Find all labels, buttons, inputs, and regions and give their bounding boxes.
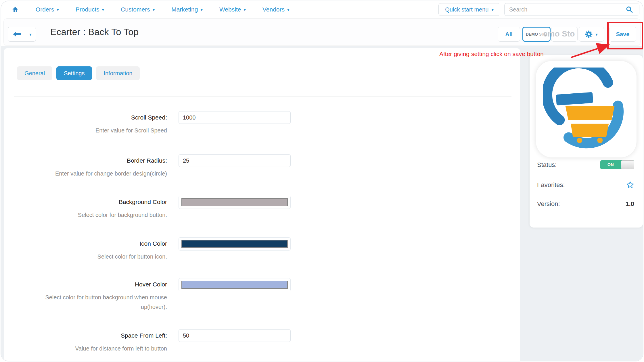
- label-column: Icon Color Select color for button icon.: [17, 237, 167, 260]
- field-label: Background Color: [17, 196, 167, 205]
- field-help: up(hover).: [17, 304, 167, 310]
- field-help: Enter value for Scroll Speed: [17, 127, 167, 134]
- background-color-picker[interactable]: [179, 196, 291, 209]
- chevron-down-icon: ▾: [102, 7, 104, 12]
- field-help: Select color for button icon.: [17, 253, 167, 260]
- home-icon[interactable]: [12, 6, 19, 13]
- nav-item-website[interactable]: Website▾: [219, 6, 246, 13]
- chevron-down-icon: ▾: [491, 7, 494, 12]
- icon-color-picker[interactable]: [179, 237, 291, 251]
- back-button-group: ▾: [8, 27, 36, 42]
- space-from-left-input[interactable]: [179, 329, 291, 342]
- form-row-background-color: Background Color Select color for backgr…: [17, 196, 291, 218]
- field-help: Select color for button background when …: [17, 294, 167, 301]
- settings-panel: General Settings Information Scroll Spee…: [4, 48, 520, 361]
- tab-general[interactable]: General: [17, 66, 52, 80]
- control-column: [179, 237, 291, 251]
- form-row-border-radius: Border Radius: Enter value for change bo…: [17, 154, 291, 177]
- search-button[interactable]: [619, 3, 639, 16]
- form-row-hover-color: Hover Color Select color for button back…: [17, 278, 291, 310]
- status-on-label: ON: [600, 160, 621, 169]
- store-demo-store-button[interactable]: DEMO STO: [522, 27, 551, 42]
- favorites-row: Favorites:: [537, 181, 634, 189]
- favorites-label: Favorites:: [537, 181, 565, 189]
- top-navbar: Orders▾ Products▾ Customers▾ Marketing▾ …: [1, 1, 643, 18]
- search-input[interactable]: [505, 3, 619, 16]
- label-column: Border Radius: Enter value for change bo…: [17, 154, 167, 177]
- nav-item-marketing[interactable]: Marketing▾: [171, 6, 203, 13]
- label-column: Space From Left: Value for distance form…: [17, 329, 167, 352]
- settings-gear-button[interactable]: ▾: [579, 27, 604, 42]
- tab-information[interactable]: Information: [96, 66, 140, 80]
- nav-label: Website: [219, 6, 241, 13]
- search-group: [504, 3, 639, 16]
- chevron-down-icon: ▾: [57, 7, 59, 12]
- form-row-space-from-left: Space From Left: Value for distance form…: [17, 329, 291, 352]
- control-column: [179, 154, 291, 167]
- nav-right-tools: Quick start menu ▾: [438, 3, 639, 16]
- favorite-star-icon[interactable]: [626, 181, 634, 189]
- field-label: Space From Left:: [17, 329, 167, 339]
- annotation-highlight-box: [607, 22, 643, 49]
- hover-color-picker[interactable]: [179, 278, 291, 291]
- search-icon: [626, 6, 633, 13]
- page-header: ▾ Ecarter : Back To Top All DEMO STO: [3, 18, 641, 45]
- scroll-speed-input[interactable]: [179, 111, 291, 124]
- nav-item-orders[interactable]: Orders▾: [36, 6, 59, 13]
- label-column: Background Color Select color for backgr…: [17, 196, 167, 218]
- chevron-down-icon: ▾: [595, 32, 598, 36]
- quick-start-label: Quick start menu: [445, 6, 488, 13]
- nav-menu: Orders▾ Products▾ Customers▾ Marketing▾ …: [12, 1, 290, 18]
- quick-start-menu-button[interactable]: Quick start menu ▾: [438, 3, 500, 16]
- page-title: Ecarter : Back To Top: [50, 27, 139, 37]
- all-stores-button[interactable]: All: [498, 27, 520, 42]
- back-dropdown-button[interactable]: ▾: [25, 27, 36, 42]
- divider: [14, 97, 511, 97]
- field-help: Value for distance form left to button: [17, 345, 167, 352]
- status-row: Status: ON: [537, 160, 634, 169]
- nav-label: Orders: [36, 6, 54, 13]
- chevron-down-icon: ▾: [287, 7, 290, 12]
- nav-label: Products: [76, 6, 99, 13]
- status-toggle[interactable]: ON: [600, 160, 634, 169]
- nav-label: Vendors: [262, 6, 285, 13]
- version-label: Version:: [537, 200, 560, 208]
- tab-settings[interactable]: Settings: [56, 66, 92, 80]
- extension-logo: [536, 61, 637, 157]
- status-label: Status:: [537, 161, 557, 169]
- store-demo-store-2-button[interactable]: [551, 27, 578, 42]
- color-swatch: [181, 240, 288, 248]
- back-arrow-icon: [12, 31, 21, 37]
- nav-item-vendors[interactable]: Vendors▾: [262, 6, 290, 13]
- tab-bar: General Settings Information: [17, 66, 140, 80]
- store-label: DEMO STO: [526, 32, 547, 36]
- chevron-down-icon: ▾: [153, 7, 155, 12]
- form-row-icon-color: Icon Color Select color for button icon.: [17, 237, 291, 260]
- nav-item-customers[interactable]: Customers▾: [121, 6, 155, 13]
- control-column: [179, 196, 291, 209]
- nav-label: Customers: [121, 6, 150, 13]
- nav-label: Marketing: [171, 6, 198, 13]
- border-radius-input[interactable]: [179, 154, 291, 167]
- field-help: Select color for background button.: [17, 212, 167, 218]
- version-value: 1.0: [625, 200, 634, 208]
- label-column: Hover Color Select color for button back…: [17, 278, 167, 310]
- control-column: [179, 278, 291, 291]
- nav-item-products[interactable]: Products▾: [76, 6, 104, 13]
- toggle-knob[interactable]: [621, 160, 634, 169]
- field-label: Hover Color: [17, 278, 167, 288]
- control-column: [179, 111, 291, 124]
- chevron-down-icon: ▾: [29, 32, 32, 36]
- back-button[interactable]: [8, 27, 25, 42]
- field-label: Icon Color: [17, 237, 167, 247]
- field-help: Enter value for change border design(cir…: [17, 170, 167, 177]
- chevron-down-icon: ▾: [244, 7, 246, 12]
- field-label: Border Radius:: [17, 154, 167, 164]
- gear-icon: [585, 30, 593, 38]
- extension-info-card: Status: ON Favorites: Version: 1.0: [530, 55, 643, 228]
- label-column: Scroll Speed: Enter value for Scroll Spe…: [17, 111, 167, 134]
- color-swatch: [181, 198, 288, 206]
- version-row: Version: 1.0: [537, 200, 634, 208]
- ecarter-cart-logo-icon: [543, 68, 629, 151]
- field-label: Scroll Speed:: [17, 111, 167, 121]
